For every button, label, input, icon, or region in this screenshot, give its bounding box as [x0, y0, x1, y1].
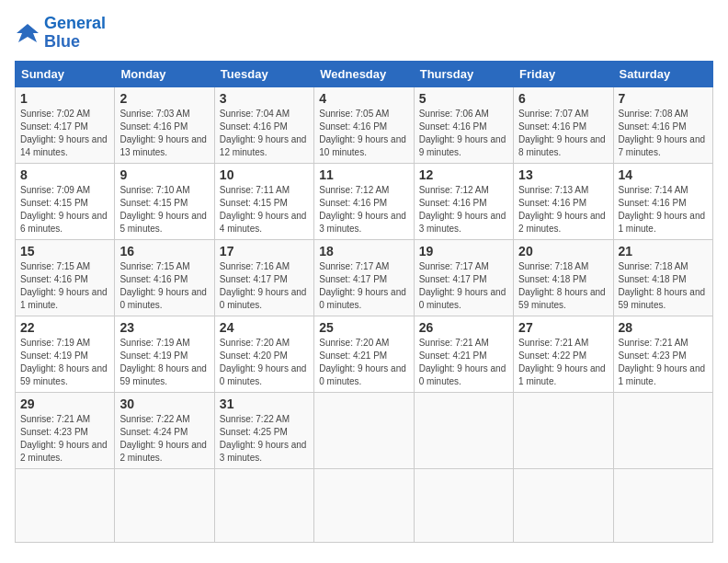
calendar-cell	[214, 468, 313, 542]
calendar-cell: 3 Sunrise: 7:04 AM Sunset: 4:16 PM Dayli…	[214, 86, 313, 163]
day-info: Sunrise: 7:12 AM Sunset: 4:16 PM Dayligh…	[419, 184, 508, 236]
calendar-cell	[314, 468, 414, 542]
day-number: 3	[220, 91, 309, 106]
calendar-cell	[314, 392, 414, 468]
col-wednesday: Wednesday	[314, 61, 414, 86]
svg-marker-0	[17, 24, 39, 42]
calendar-cell: 30 Sunrise: 7:22 AM Sunset: 4:24 PM Dayl…	[115, 392, 214, 468]
calendar-cell: 29 Sunrise: 7:21 AM Sunset: 4:23 PM Dayl…	[16, 392, 115, 468]
logo: General Blue	[15, 15, 106, 52]
day-info: Sunrise: 7:10 AM Sunset: 4:15 PM Dayligh…	[119, 184, 209, 236]
calendar-cell: 28 Sunrise: 7:21 AM Sunset: 4:23 PM Dayl…	[613, 316, 712, 392]
calendar-cell: 23 Sunrise: 7:19 AM Sunset: 4:19 PM Dayl…	[115, 316, 214, 392]
day-info: Sunrise: 7:16 AM Sunset: 4:17 PM Dayligh…	[220, 260, 309, 312]
calendar-cell	[613, 392, 712, 468]
day-number: 11	[319, 167, 408, 182]
calendar-cell: 18 Sunrise: 7:17 AM Sunset: 4:17 PM Dayl…	[314, 239, 414, 316]
day-number: 14	[619, 167, 708, 182]
calendar-cell: 24 Sunrise: 7:20 AM Sunset: 4:20 PM Dayl…	[214, 316, 313, 392]
day-info: Sunrise: 7:14 AM Sunset: 4:16 PM Dayligh…	[619, 184, 708, 236]
day-info: Sunrise: 7:19 AM Sunset: 4:19 PM Dayligh…	[20, 337, 109, 388]
day-number: 23	[119, 320, 209, 335]
day-number: 19	[419, 244, 508, 259]
calendar-row: 15 Sunrise: 7:15 AM Sunset: 4:16 PM Dayl…	[16, 239, 713, 316]
calendar-cell: 25 Sunrise: 7:20 AM Sunset: 4:21 PM Dayl…	[314, 316, 414, 392]
day-info: Sunrise: 7:15 AM Sunset: 4:16 PM Dayligh…	[20, 260, 109, 312]
calendar-row: 8 Sunrise: 7:09 AM Sunset: 4:15 PM Dayli…	[16, 163, 713, 239]
calendar-cell: 21 Sunrise: 7:18 AM Sunset: 4:18 PM Dayl…	[613, 239, 712, 316]
day-info: Sunrise: 7:21 AM Sunset: 4:22 PM Dayligh…	[518, 337, 608, 388]
day-number: 24	[220, 320, 309, 335]
calendar-cell: 5 Sunrise: 7:06 AM Sunset: 4:16 PM Dayli…	[414, 86, 513, 163]
calendar-cell: 4 Sunrise: 7:05 AM Sunset: 4:16 PM Dayli…	[314, 86, 414, 163]
calendar-cell: 15 Sunrise: 7:15 AM Sunset: 4:16 PM Dayl…	[16, 239, 115, 316]
col-thursday: Thursday	[414, 61, 513, 86]
calendar-cell: 20 Sunrise: 7:18 AM Sunset: 4:18 PM Dayl…	[514, 239, 613, 316]
day-number: 16	[119, 244, 209, 259]
calendar-cell: 13 Sunrise: 7:13 AM Sunset: 4:16 PM Dayl…	[514, 163, 613, 239]
day-number: 4	[319, 91, 408, 106]
day-number: 18	[319, 244, 408, 259]
day-info: Sunrise: 7:04 AM Sunset: 4:16 PM Dayligh…	[220, 108, 309, 159]
calendar-table: Sunday Monday Tuesday Wednesday Thursday…	[15, 61, 713, 543]
logo-text: General Blue	[44, 15, 106, 52]
day-info: Sunrise: 7:08 AM Sunset: 4:16 PM Dayligh…	[619, 108, 708, 159]
day-info: Sunrise: 7:21 AM Sunset: 4:21 PM Dayligh…	[419, 337, 508, 388]
calendar-cell: 31 Sunrise: 7:22 AM Sunset: 4:25 PM Dayl…	[214, 392, 313, 468]
day-number: 6	[518, 91, 608, 106]
day-info: Sunrise: 7:17 AM Sunset: 4:17 PM Dayligh…	[419, 260, 508, 312]
calendar-cell	[514, 468, 613, 542]
day-info: Sunrise: 7:17 AM Sunset: 4:17 PM Dayligh…	[319, 260, 408, 312]
col-friday: Friday	[514, 61, 613, 86]
day-info: Sunrise: 7:19 AM Sunset: 4:19 PM Dayligh…	[119, 337, 209, 388]
day-number: 26	[419, 320, 508, 335]
day-info: Sunrise: 7:20 AM Sunset: 4:21 PM Dayligh…	[319, 337, 408, 388]
calendar-cell: 26 Sunrise: 7:21 AM Sunset: 4:21 PM Dayl…	[414, 316, 513, 392]
day-info: Sunrise: 7:21 AM Sunset: 4:23 PM Dayligh…	[619, 337, 708, 388]
calendar-cell: 16 Sunrise: 7:15 AM Sunset: 4:16 PM Dayl…	[115, 239, 214, 316]
day-number: 1	[20, 91, 109, 106]
day-number: 27	[518, 320, 608, 335]
calendar-cell: 7 Sunrise: 7:08 AM Sunset: 4:16 PM Dayli…	[613, 86, 712, 163]
calendar-cell: 17 Sunrise: 7:16 AM Sunset: 4:17 PM Dayl…	[214, 239, 313, 316]
day-number: 17	[220, 244, 309, 259]
day-info: Sunrise: 7:22 AM Sunset: 4:25 PM Dayligh…	[220, 413, 309, 465]
day-number: 25	[319, 320, 408, 335]
calendar-cell: 27 Sunrise: 7:21 AM Sunset: 4:22 PM Dayl…	[514, 316, 613, 392]
calendar-row: 1 Sunrise: 7:02 AM Sunset: 4:17 PM Dayli…	[16, 86, 713, 163]
day-number: 28	[619, 320, 708, 335]
day-info: Sunrise: 7:07 AM Sunset: 4:16 PM Dayligh…	[518, 108, 608, 159]
calendar-cell	[613, 468, 712, 542]
calendar-cell: 8 Sunrise: 7:09 AM Sunset: 4:15 PM Dayli…	[16, 163, 115, 239]
calendar-cell: 12 Sunrise: 7:12 AM Sunset: 4:16 PM Dayl…	[414, 163, 513, 239]
col-sunday: Sunday	[16, 61, 115, 86]
day-info: Sunrise: 7:06 AM Sunset: 4:16 PM Dayligh…	[419, 108, 508, 159]
day-info: Sunrise: 7:15 AM Sunset: 4:16 PM Dayligh…	[119, 260, 209, 312]
col-saturday: Saturday	[613, 61, 712, 86]
day-info: Sunrise: 7:09 AM Sunset: 4:15 PM Dayligh…	[20, 184, 109, 236]
day-number: 13	[518, 167, 608, 182]
day-number: 8	[20, 167, 109, 182]
day-info: Sunrise: 7:22 AM Sunset: 4:24 PM Dayligh…	[119, 413, 209, 465]
day-info: Sunrise: 7:12 AM Sunset: 4:16 PM Dayligh…	[319, 184, 408, 236]
calendar-cell: 22 Sunrise: 7:19 AM Sunset: 4:19 PM Dayl…	[16, 316, 115, 392]
day-number: 10	[220, 167, 309, 182]
day-info: Sunrise: 7:02 AM Sunset: 4:17 PM Dayligh…	[20, 108, 109, 159]
col-monday: Monday	[115, 61, 214, 86]
day-info: Sunrise: 7:03 AM Sunset: 4:16 PM Dayligh…	[119, 108, 209, 159]
day-number: 7	[619, 91, 708, 106]
day-number: 30	[119, 396, 209, 411]
calendar-cell: 11 Sunrise: 7:12 AM Sunset: 4:16 PM Dayl…	[314, 163, 414, 239]
day-number: 21	[619, 244, 708, 259]
day-info: Sunrise: 7:20 AM Sunset: 4:20 PM Dayligh…	[220, 337, 309, 388]
calendar-cell: 19 Sunrise: 7:17 AM Sunset: 4:17 PM Dayl…	[414, 239, 513, 316]
day-number: 20	[518, 244, 608, 259]
calendar-cell	[115, 468, 214, 542]
day-info: Sunrise: 7:13 AM Sunset: 4:16 PM Dayligh…	[518, 184, 608, 236]
calendar-cell	[514, 392, 613, 468]
day-number: 22	[20, 320, 109, 335]
calendar-cell	[414, 392, 513, 468]
day-number: 29	[20, 396, 109, 411]
calendar-cell: 10 Sunrise: 7:11 AM Sunset: 4:15 PM Dayl…	[214, 163, 313, 239]
day-number: 12	[419, 167, 508, 182]
